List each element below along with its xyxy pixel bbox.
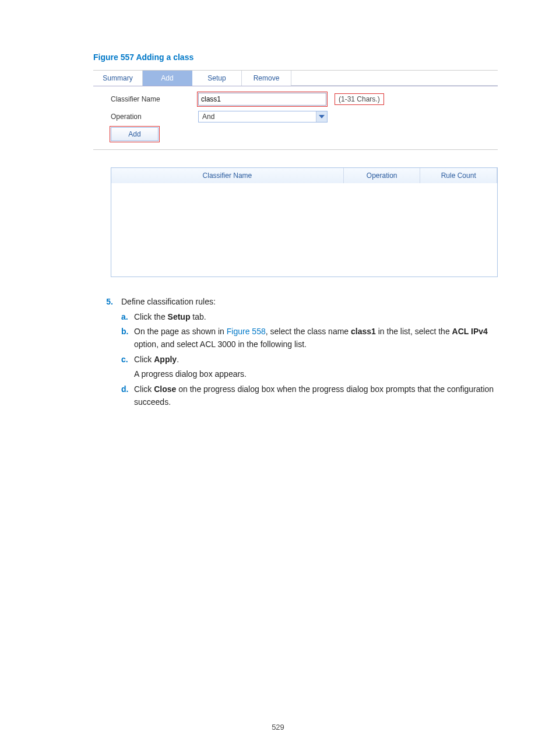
substep-b-body: On the page as shown in Figure 558, sele… <box>134 326 498 351</box>
text: Click <box>134 355 154 364</box>
figure-title: Figure 557 Adding a class <box>93 52 498 62</box>
add-button[interactable]: Add <box>111 127 159 141</box>
text: tab. <box>190 312 206 321</box>
classifier-name-label: Classifier Name <box>111 95 198 103</box>
tab-setup[interactable]: Setup <box>192 71 242 86</box>
text: on the progress dialog box when the prog… <box>134 384 494 407</box>
operation-select[interactable]: And <box>198 111 328 123</box>
figure-screenshot: Summary Add Setup Remove Classifier Name… <box>93 70 498 277</box>
substep-d-letter: d. <box>121 383 134 408</box>
bold-close: Close <box>154 384 176 394</box>
bold-class1: class1 <box>351 327 376 336</box>
text: . <box>177 355 179 364</box>
tab-remove[interactable]: Remove <box>242 71 291 86</box>
text: in the list, select the <box>376 327 452 336</box>
grid-col-classifier-name[interactable]: Classifier Name <box>111 168 344 183</box>
grid-col-operation[interactable]: Operation <box>344 168 421 183</box>
classifier-name-input[interactable] <box>198 93 326 106</box>
substep-c-body: Click Apply. A progress dialog box appea… <box>134 354 498 381</box>
substep-a-letter: a. <box>121 311 134 324</box>
grid-body-empty <box>111 183 497 276</box>
substep-c-extra: A progress dialog box appears. <box>134 368 498 381</box>
substep-d-body: Click Close on the progress dialog box w… <box>134 383 498 408</box>
figure-558-link[interactable]: Figure 558 <box>227 327 266 336</box>
operation-select-value: And <box>199 113 316 121</box>
bold-apply: Apply <box>154 355 177 364</box>
step-5-number: 5. <box>93 296 121 411</box>
add-class-form: Classifier Name (1-31 Chars.) Operation … <box>93 86 498 150</box>
bold-acl-ipv4: ACL IPv4 <box>452 327 488 336</box>
text: , select the class name <box>266 327 351 336</box>
tab-bar: Summary Add Setup Remove <box>93 71 498 86</box>
bold-setup: Setup <box>168 312 191 321</box>
text: option, and select ACL 3000 in the follo… <box>134 340 307 349</box>
instruction-list: 5. Define classification rules: a. Click… <box>93 296 498 411</box>
substep-a-body: Click the Setup tab. <box>134 311 498 324</box>
tab-add[interactable]: Add <box>143 71 192 86</box>
substep-b-letter: b. <box>121 326 134 351</box>
classifier-grid: Classifier Name Operation Rule Count <box>111 167 498 277</box>
chevron-down-icon <box>316 111 327 122</box>
page-number: 529 <box>0 723 556 732</box>
operation-label: Operation <box>111 113 198 121</box>
step-5-text: Define classification rules: <box>121 296 498 309</box>
text: Click <box>134 384 154 394</box>
text: Click the <box>134 312 168 321</box>
grid-col-rule-count[interactable]: Rule Count <box>420 168 497 183</box>
tab-summary[interactable]: Summary <box>93 71 143 86</box>
substep-c-letter: c. <box>121 354 134 381</box>
tab-filler <box>291 71 498 86</box>
classifier-name-hint: (1-31 Chars.) <box>335 93 384 105</box>
text: On the page as shown in <box>134 327 227 336</box>
